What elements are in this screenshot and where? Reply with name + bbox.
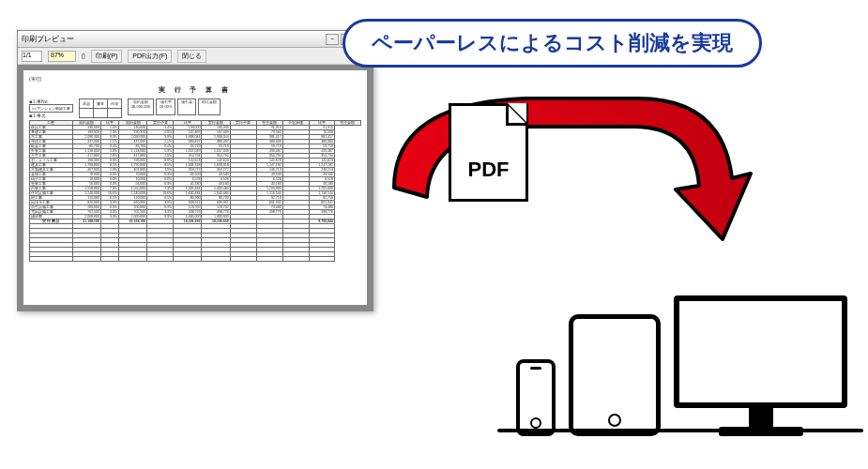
smartphone-icon <box>516 359 556 436</box>
window-titlebar[interactable]: 印刷プレビュー − □ × <box>18 31 373 48</box>
budget-document: (実行) 実 行 予 算 書 ■工事No. ○○マンション新築工事 ■工事名 承… <box>23 70 367 305</box>
document-viewport[interactable]: (実行) 実 行 予 算 書 ■工事No. ○○マンション新築工事 ■工事名 承… <box>18 65 373 310</box>
print-button[interactable]: 印刷(P) <box>91 50 122 63</box>
toolbar: 1/1 87% ▯ 印刷(P) PDF出力(F) 閉じる <box>18 48 373 65</box>
zoom-field[interactable]: 87% <box>48 51 76 62</box>
tablet-icon <box>569 314 661 436</box>
pdf-export-button[interactable]: PDF出力(F) <box>128 50 172 63</box>
site-label: ■工事No. <box>29 98 49 104</box>
callout-bubble: ペーパーレスによるコスト削減を実現 <box>343 19 762 68</box>
ground-line <box>497 429 863 432</box>
minimize-icon[interactable]: − <box>326 34 339 45</box>
zoom-slider[interactable]: ▯ <box>82 53 85 60</box>
doc-heading-prefix: (実行) <box>29 76 361 82</box>
doc-title: 実 行 予 算 書 <box>29 85 361 95</box>
client-label: ■工事名 <box>29 113 46 118</box>
preview-window: 印刷プレビュー − □ × 1/1 87% ▯ 印刷(P) PDF出力(F) 閉… <box>17 30 373 311</box>
monitor-icon <box>674 295 847 436</box>
pdf-file-icon: PDF <box>449 103 528 202</box>
close-button[interactable]: 閉じる <box>177 50 206 63</box>
callout-text: ペーパーレスによるコスト削減を実現 <box>372 31 733 54</box>
site-name: ○○マンション新築工事 <box>32 106 70 111</box>
approval-stamps: 承認 審査 作成 <box>79 98 122 118</box>
devices-group <box>516 258 854 436</box>
page-indicator[interactable]: 1/1 <box>22 51 42 62</box>
summary-row: 契約金額38,000,000 値引率20.00% 値引金 税込金額 <box>128 98 221 115</box>
window-title: 印刷プレビュー <box>22 34 326 44</box>
budget-table: 工種契約金額比率契約金額実行予算比率実行金額実行予算発注金額予定原価比率発注金額… <box>29 120 361 262</box>
pdf-label: PDF <box>451 158 525 182</box>
